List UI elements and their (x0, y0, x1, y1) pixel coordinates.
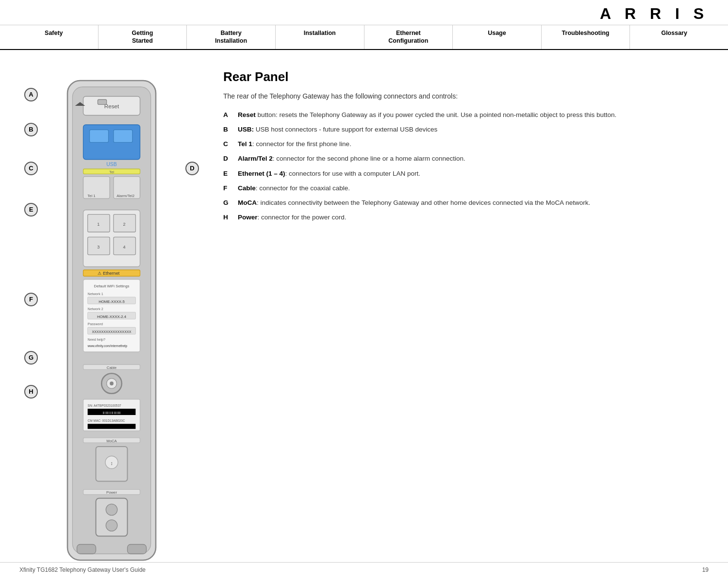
svg-text:XXXXXXXXXXXXXXXXX: XXXXXXXXXXXXXXXXX (92, 330, 132, 334)
item-suffix-g: : indicates connectivity between the Tel… (257, 199, 590, 206)
nav-item-glossary[interactable]: Glossary (630, 25, 718, 49)
page-wrapper: A R R I S Safety Getting Started Battery… (0, 0, 728, 582)
item-letter-e: E (223, 169, 232, 179)
item-suffix-f: : connector for the coaxial cable. (256, 184, 350, 192)
item-label-g: MoCA (238, 199, 257, 206)
callout-b: B (24, 123, 38, 136)
list-item: F Cable: connector for the coaxial cable… (223, 183, 709, 193)
item-label-c: Tel 1 (238, 140, 252, 148)
svg-text:Default WiFi Settings: Default WiFi Settings (94, 284, 130, 288)
item-letter-h: H (223, 213, 232, 222)
list-item: C Tel 1: connector for the first phone l… (223, 139, 709, 149)
list-item: E Ethernet (1 – 4): connectors for use w… (223, 169, 709, 179)
list-item: D Alarm/Tel 2: connector for the second … (223, 154, 709, 164)
list-item: G MoCA: indicates connectivity between t… (223, 198, 709, 208)
item-text-c: Tel 1: connector for the first phone lin… (238, 139, 351, 149)
svg-text:CM MAC: 001D13AB020C: CM MAC: 001D13AB020C (88, 419, 125, 422)
nav-item-safety[interactable]: Safety (10, 25, 99, 49)
svg-text:Tel: Tel (109, 170, 114, 174)
item-text-h: Power: connector for the power cord. (238, 213, 347, 222)
svg-point-59 (106, 504, 117, 515)
item-label-h: Power (238, 214, 258, 221)
nav-item-ethernet-configuration[interactable]: Ethernet Configuration (364, 25, 453, 49)
section-title: Rear Panel (223, 69, 709, 84)
nav-item-usage[interactable]: Usage (453, 25, 542, 49)
callout-a: A (24, 88, 38, 101)
svg-text:⚠ Ethernet: ⚠ Ethernet (98, 271, 119, 276)
svg-rect-62 (128, 544, 147, 554)
svg-text:HOME-XXXX-2.4: HOME-XXXX-2.4 (97, 314, 127, 318)
item-suffix-h: : connector for the power cord. (258, 214, 347, 221)
device-wrapper: Reset USB Tel (49, 74, 175, 568)
item-text-b: USB: USB host connectors - future suppor… (238, 125, 437, 134)
nav-item-troubleshooting[interactable]: Troubleshooting (542, 25, 630, 49)
svg-text:MoCA: MoCA (106, 438, 117, 443)
item-label-d: Alarm/Tel 2 (238, 155, 273, 162)
svg-text:Password: Password (88, 322, 103, 326)
items-list: A Reset button: resets the Telephony Gat… (223, 110, 709, 223)
item-letter-a: A (223, 110, 232, 120)
intro-text: The rear of the Telephony Gateway has th… (223, 91, 709, 101)
svg-text:↕: ↕ (110, 460, 113, 466)
main-content: Reset USB Tel (0, 50, 728, 582)
list-item: B USB: USB host connectors - future supp… (223, 125, 709, 134)
footer-page-number: 19 (702, 566, 709, 573)
nav-item-getting-started[interactable]: Getting Started (99, 25, 187, 49)
svg-rect-8 (90, 130, 109, 142)
nav-item-battery-installation[interactable]: Battery Installation (187, 25, 276, 49)
item-text-a: Reset button: resets the Telephony Gatew… (238, 110, 616, 120)
item-label-f: Cable (238, 184, 256, 192)
svg-text:||| ||||| || ||| |||| |||||: ||| ||||| || ||| |||| ||||| (103, 411, 121, 414)
navigation: Safety Getting Started Battery Installat… (0, 25, 728, 50)
callout-f: F (24, 293, 38, 306)
footer: Xfinity TG1682 Telephony Gateway User's … (0, 562, 728, 573)
item-suffix-d: : connector for the second phone line or… (273, 155, 465, 162)
svg-text:3: 3 (97, 244, 99, 249)
svg-text:Tel 1: Tel 1 (87, 194, 95, 198)
item-label-b: USB: (238, 126, 254, 133)
arris-logo: A R R I S (600, 5, 709, 23)
svg-text:www.xfinity.com/internethelp: www.xfinity.com/internethelp (87, 344, 128, 348)
item-suffix-c: : connector for the first phone line. (252, 140, 351, 148)
item-letter-b: B (223, 125, 232, 134)
svg-text:Network 2: Network 2 (88, 307, 103, 311)
callout-d: D (185, 162, 199, 175)
svg-rect-4 (98, 100, 106, 104)
list-item: A Reset button: resets the Telephony Gat… (223, 110, 709, 120)
callout-h: H (24, 385, 38, 399)
item-text-e: Ethernet (1 – 4): connectors for use wit… (238, 169, 420, 179)
svg-text:Network 1: Network 1 (88, 292, 103, 296)
item-letter-c: C (223, 139, 232, 149)
svg-text:HOME-XXXX-5: HOME-XXXX-5 (99, 299, 125, 303)
item-letter-d: D (223, 154, 232, 164)
callout-e: E (24, 203, 38, 216)
svg-text:4: 4 (123, 244, 125, 249)
item-suffix-e: : connectors for use with a computer LAN… (285, 170, 420, 177)
svg-text:2: 2 (123, 222, 125, 227)
svg-text:USB: USB (106, 161, 116, 166)
item-letter-f: F (223, 183, 232, 193)
item-label-a: Reset (238, 111, 256, 118)
item-letter-g: G (223, 198, 232, 208)
callout-c: C (24, 162, 38, 175)
svg-text:Cable: Cable (107, 366, 116, 370)
device-panel: Reset USB Tel (19, 65, 204, 568)
svg-rect-9 (114, 130, 132, 142)
svg-text:1: 1 (97, 222, 99, 227)
item-text-f: Cable: connector for the coaxial cable. (238, 183, 350, 193)
item-suffix-a: button: resets the Telephony Gateway as … (256, 111, 616, 118)
svg-rect-61 (77, 544, 96, 554)
svg-text:Need help?: Need help? (88, 337, 105, 341)
svg-point-60 (106, 519, 117, 531)
item-label-e: Ethernet (1 – 4) (238, 170, 285, 177)
device-illustration: Reset USB Tel (49, 74, 175, 566)
nav-item-installation[interactable]: Installation (276, 25, 364, 49)
svg-text:Alarm/Tel2: Alarm/Tel2 (116, 194, 134, 198)
callout-g: G (24, 351, 38, 365)
item-suffix-b: USB host connectors - future support for… (254, 126, 437, 133)
item-text-g: MoCA: indicates connectivity between the… (238, 198, 590, 208)
content-panel: Rear Panel The rear of the Telephony Gat… (223, 65, 709, 568)
list-item: H Power: connector for the power cord. (223, 213, 709, 222)
item-text-d: Alarm/Tel 2: connector for the second ph… (238, 154, 465, 164)
svg-point-44 (110, 382, 114, 385)
